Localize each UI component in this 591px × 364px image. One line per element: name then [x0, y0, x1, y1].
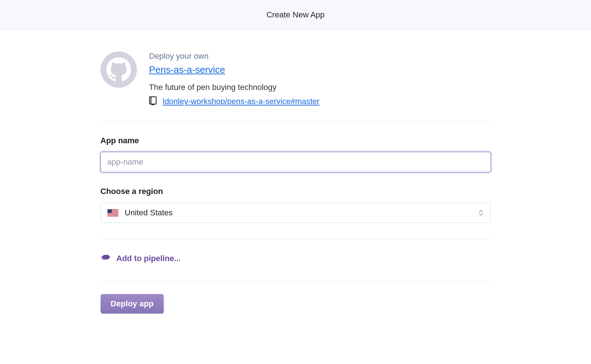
github-icon [101, 51, 137, 88]
svg-point-5 [150, 102, 150, 102]
section-divider-2 [101, 239, 491, 239]
svg-rect-11 [107, 214, 118, 215]
repo-source-link[interactable]: ldonley-workshop/pens-as-a-service#maste… [163, 97, 320, 106]
chevron-up-down-icon [479, 210, 483, 216]
section-divider-3 [101, 281, 491, 282]
repo-book-icon [149, 96, 156, 107]
svg-rect-1 [150, 97, 156, 104]
app-name-label: App name [101, 136, 491, 145]
svg-point-4 [150, 100, 150, 100]
section-divider [101, 121, 491, 121]
repo-title-link[interactable]: Pens-as-a-service [149, 63, 320, 76]
app-name-input[interactable] [101, 152, 491, 172]
region-field: Choose a region United States [101, 187, 491, 223]
svg-point-3 [150, 99, 150, 99]
repo-summary: Deploy your own Pens-as-a-service The fu… [101, 51, 491, 120]
main-content: Deploy your own Pens-as-a-service The fu… [101, 30, 491, 314]
deploy-button[interactable]: Deploy app [101, 294, 164, 314]
add-to-pipeline-button[interactable]: Add to pipeline... [101, 252, 491, 265]
add-to-pipeline-label: Add to pipeline... [117, 254, 181, 263]
region-selected-value: United States [125, 208, 173, 218]
repo-info: Deploy your own Pens-as-a-service The fu… [149, 51, 320, 107]
region-label: Choose a region [101, 187, 491, 196]
svg-rect-12 [107, 215, 118, 216]
pipeline-icon [101, 253, 110, 264]
app-name-field: App name [101, 136, 491, 172]
svg-rect-13 [107, 209, 112, 213]
repo-source-row: ldonley-workshop/pens-as-a-service#maste… [149, 96, 320, 107]
us-flag-icon [107, 209, 118, 216]
deploy-own-label: Deploy your own [149, 51, 320, 61]
page-header: Create New App [0, 0, 591, 30]
region-select[interactable]: United States [101, 203, 491, 223]
svg-rect-10 [107, 213, 118, 214]
repo-description: The future of pen buying technology [149, 83, 320, 92]
svg-point-0 [101, 51, 137, 88]
page-title: Create New App [266, 10, 325, 20]
actions-row: Deploy app [101, 294, 491, 314]
